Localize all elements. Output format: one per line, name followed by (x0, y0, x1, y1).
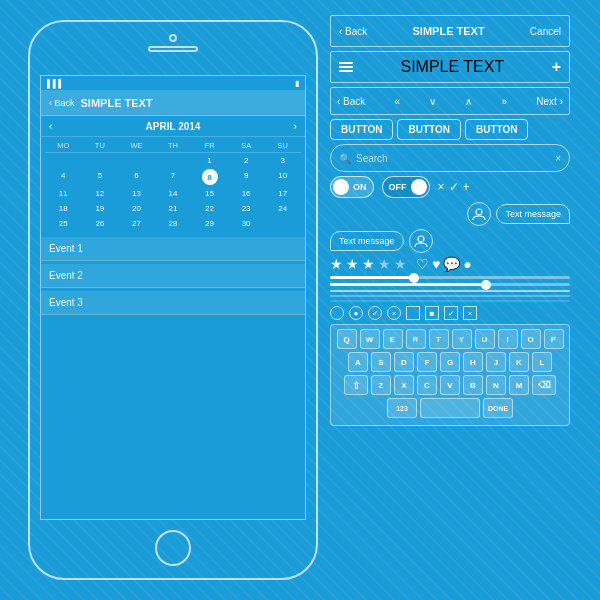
key-q[interactable]: Q (337, 329, 357, 349)
button-1[interactable]: BUTTON (330, 119, 393, 140)
key-x[interactable]: X (394, 375, 414, 395)
calendar-day[interactable] (155, 153, 192, 168)
phone-back-button[interactable]: ‹ Back (49, 98, 75, 108)
key-s[interactable]: S (371, 352, 391, 372)
search-clear-button[interactable]: × (555, 153, 561, 164)
nav3-chevron-down-button[interactable]: ∨ (429, 96, 436, 107)
calendar-day[interactable]: 4 (45, 168, 82, 186)
event-item[interactable]: Event 2 (41, 264, 305, 288)
key-g[interactable]: G (440, 352, 460, 372)
calendar-day[interactable]: 9 (228, 168, 265, 186)
phone-home-button[interactable] (155, 530, 191, 566)
heart-filled-icon[interactable]: ♥ (432, 256, 440, 272)
key-a[interactable]: A (348, 352, 368, 372)
key-t[interactable]: T (429, 329, 449, 349)
calendar-day[interactable]: 19 (82, 201, 119, 216)
calendar-day[interactable]: 23 (228, 201, 265, 216)
star-1[interactable]: ★ (330, 256, 343, 272)
calendar-day[interactable] (118, 153, 155, 168)
slider-track-2[interactable] (330, 283, 570, 286)
calendar-day[interactable]: 21 (155, 201, 192, 216)
key-b[interactable]: B (463, 375, 483, 395)
calendar-day[interactable]: 16 (228, 186, 265, 201)
calendar-day[interactable]: 18 (45, 201, 82, 216)
toggle-on[interactable]: ON (330, 176, 374, 198)
calendar-day[interactable]: 22 (191, 201, 228, 216)
calendar-day[interactable] (45, 153, 82, 168)
calendar-day[interactable]: 20 (118, 201, 155, 216)
nav3-fast-forward-button[interactable]: » (502, 96, 508, 107)
calendar-day[interactable]: 29 (191, 216, 228, 231)
key-e[interactable]: E (383, 329, 403, 349)
key-123[interactable]: 123 (387, 398, 417, 418)
event-item[interactable]: Event 1 (41, 237, 305, 261)
star-4[interactable]: ★ (378, 256, 391, 272)
key-z[interactable]: Z (371, 375, 391, 395)
calendar-day[interactable]: 27 (118, 216, 155, 231)
calendar-day[interactable]: 6 (118, 168, 155, 186)
nav1-back-button[interactable]: ‹ Back (339, 26, 367, 37)
toggle-off[interactable]: OFF (382, 176, 430, 198)
radio-button-x[interactable]: × (387, 306, 401, 320)
checkbox-x[interactable]: × (463, 306, 477, 320)
key-h[interactable]: H (463, 352, 483, 372)
calendar-day[interactable]: 26 (82, 216, 119, 231)
nav3-rewind-button[interactable]: « (395, 96, 401, 107)
search-bar[interactable]: 🔍 Search × (330, 144, 570, 172)
key-p[interactable]: P (544, 329, 564, 349)
calendar-next-button[interactable]: › (293, 120, 297, 132)
key-v[interactable]: V (440, 375, 460, 395)
calendar-day[interactable]: 28 (155, 216, 192, 231)
calendar-day[interactable] (264, 216, 301, 231)
key-done[interactable]: DONE (483, 398, 513, 418)
nav3-next-button[interactable]: Next › (536, 96, 563, 107)
key-n[interactable]: N (486, 375, 506, 395)
calendar-day[interactable]: 30 (228, 216, 265, 231)
key-k[interactable]: K (509, 352, 529, 372)
calendar-day[interactable]: 25 (45, 216, 82, 231)
key-d[interactable]: D (394, 352, 414, 372)
key-y[interactable]: Y (452, 329, 472, 349)
star-5[interactable]: ★ (394, 256, 407, 272)
slider-thumb-2[interactable] (481, 280, 491, 290)
checkbox-check[interactable]: ✓ (444, 306, 458, 320)
radio-button-2[interactable]: ● (349, 306, 363, 320)
hamburger-menu-icon[interactable] (339, 62, 353, 72)
key-w[interactable]: W (360, 329, 380, 349)
calendar-day[interactable] (82, 153, 119, 168)
key-o[interactable]: O (521, 329, 541, 349)
checkbox-2[interactable]: ■ (425, 306, 439, 320)
calendar-prev-button[interactable]: ‹ (49, 120, 53, 132)
key-m[interactable]: M (509, 375, 529, 395)
calendar-day[interactable]: 2 (228, 153, 265, 168)
button-3[interactable]: BUTTON (465, 119, 528, 140)
calendar-day[interactable]: 24 (264, 201, 301, 216)
button-2[interactable]: BUTTON (397, 119, 460, 140)
slider-thumb-1[interactable] (409, 273, 419, 283)
radio-button-1[interactable] (330, 306, 344, 320)
event-item[interactable]: Event 3 (41, 291, 305, 315)
calendar-day[interactable]: 15 (191, 186, 228, 201)
calendar-day[interactable]: 1 (191, 153, 228, 168)
calendar-day[interactable]: 11 (45, 186, 82, 201)
radio-button-check[interactable]: ✓ (368, 306, 382, 320)
nav1-cancel-button[interactable]: Cancel (530, 26, 561, 37)
nav3-back-button[interactable]: ‹ Back (337, 96, 365, 107)
calendar-day[interactable]: 7 (155, 168, 192, 186)
calendar-day[interactable]: 10 (264, 168, 301, 186)
calendar-day[interactable]: 13 (118, 186, 155, 201)
calendar-day[interactable]: 3 (264, 153, 301, 168)
key-shift[interactable]: ⇧ (344, 375, 368, 395)
calendar-day[interactable]: 5 (82, 168, 119, 186)
calendar-day[interactable]: 14 (155, 186, 192, 201)
nav2-add-button[interactable]: + (552, 58, 561, 76)
key-f[interactable]: F (417, 352, 437, 372)
checkbox-1[interactable] (406, 306, 420, 320)
key-j[interactable]: J (486, 352, 506, 372)
calendar-day[interactable]: 12 (82, 186, 119, 201)
star-3[interactable]: ★ (362, 256, 375, 272)
key-l[interactable]: L (532, 352, 552, 372)
calendar-day[interactable]: 17 (264, 186, 301, 201)
heart-icon[interactable]: ♡ (416, 256, 429, 272)
key-space[interactable] (420, 398, 480, 418)
